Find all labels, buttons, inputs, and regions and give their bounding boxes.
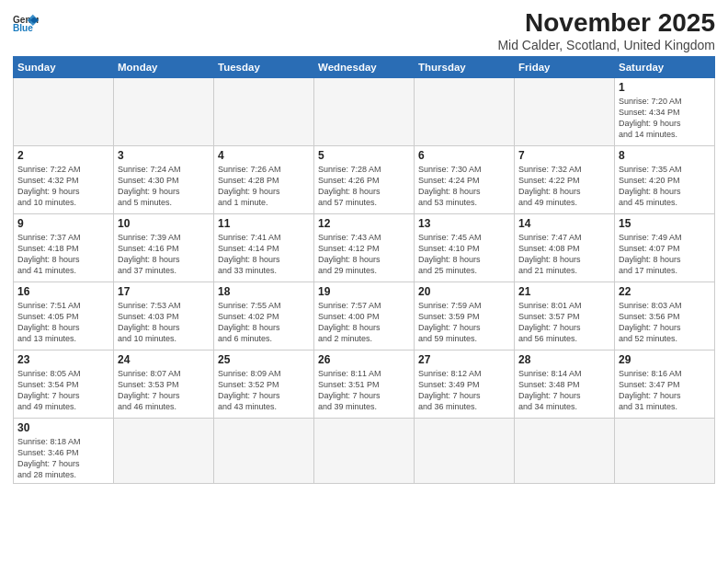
calendar-cell [415,77,515,145]
calendar-cell [214,418,314,484]
calendar-cell: 9Sunrise: 7:37 AM Sunset: 4:18 PM Daylig… [14,213,114,282]
day-number: 23 [17,353,109,366]
weekday-header-row: SundayMondayTuesdayWednesdayThursdayFrid… [14,56,715,77]
day-number: 15 [619,217,711,230]
day-number: 7 [518,149,610,162]
calendar-cell [314,418,415,484]
calendar-cell [515,77,615,145]
calendar-week-row: 23Sunrise: 8:05 AM Sunset: 3:54 PM Dayli… [14,350,715,418]
day-info: Sunrise: 8:11 AM Sunset: 3:51 PM Dayligh… [318,368,410,413]
calendar-cell: 19Sunrise: 7:57 AM Sunset: 4:00 PM Dayli… [314,282,415,350]
day-number: 5 [318,149,410,162]
calendar-cell [14,77,114,145]
day-info: Sunrise: 8:03 AM Sunset: 3:56 PM Dayligh… [619,300,711,345]
day-info: Sunrise: 8:16 AM Sunset: 3:47 PM Dayligh… [619,368,711,413]
day-info: Sunrise: 7:59 AM Sunset: 3:59 PM Dayligh… [418,300,510,345]
calendar-cell [114,77,214,145]
calendar-cell: 5Sunrise: 7:28 AM Sunset: 4:26 PM Daylig… [314,145,415,213]
calendar-cell: 27Sunrise: 8:12 AM Sunset: 3:49 PM Dayli… [415,350,515,418]
calendar-week-row: 16Sunrise: 7:51 AM Sunset: 4:05 PM Dayli… [14,282,715,350]
day-info: Sunrise: 8:01 AM Sunset: 3:57 PM Dayligh… [518,300,610,345]
day-info: Sunrise: 7:53 AM Sunset: 4:03 PM Dayligh… [118,300,210,345]
title-block: November 2025 Mid Calder, Scotland, Unit… [497,9,715,52]
day-number: 16 [17,285,109,298]
day-info: Sunrise: 8:18 AM Sunset: 3:46 PM Dayligh… [17,436,109,481]
weekday-header-wednesday: Wednesday [314,56,415,77]
day-number: 6 [418,149,510,162]
calendar-cell: 18Sunrise: 7:55 AM Sunset: 4:02 PM Dayli… [214,282,314,350]
calendar-week-row: 30Sunrise: 8:18 AM Sunset: 3:46 PM Dayli… [14,418,715,484]
day-number: 11 [218,217,310,230]
day-info: Sunrise: 7:41 AM Sunset: 4:14 PM Dayligh… [218,232,310,277]
calendar-cell [214,77,314,145]
day-info: Sunrise: 7:55 AM Sunset: 4:02 PM Dayligh… [218,300,310,345]
day-number: 12 [318,217,410,230]
day-number: 10 [118,217,210,230]
page: General Blue November 2025 Mid Calder, S… [0,0,728,563]
day-info: Sunrise: 7:20 AM Sunset: 4:34 PM Dayligh… [619,96,711,141]
day-number: 17 [118,285,210,298]
day-number: 19 [318,285,410,298]
day-number: 8 [619,149,711,162]
calendar-cell: 23Sunrise: 8:05 AM Sunset: 3:54 PM Dayli… [14,350,114,418]
day-info: Sunrise: 7:26 AM Sunset: 4:28 PM Dayligh… [218,164,310,209]
calendar-cell: 30Sunrise: 8:18 AM Sunset: 3:46 PM Dayli… [14,418,114,484]
calendar-cell: 21Sunrise: 8:01 AM Sunset: 3:57 PM Dayli… [515,282,615,350]
day-number: 1 [619,81,711,94]
day-number: 20 [418,285,510,298]
calendar-cell: 22Sunrise: 8:03 AM Sunset: 3:56 PM Dayli… [615,282,715,350]
calendar-week-row: 2Sunrise: 7:22 AM Sunset: 4:32 PM Daylig… [14,145,715,213]
calendar-cell: 28Sunrise: 8:14 AM Sunset: 3:48 PM Dayli… [515,350,615,418]
calendar-cell: 6Sunrise: 7:30 AM Sunset: 4:24 PM Daylig… [415,145,515,213]
day-number: 13 [418,217,510,230]
day-info: Sunrise: 7:22 AM Sunset: 4:32 PM Dayligh… [17,164,109,209]
day-number: 25 [218,353,310,366]
day-info: Sunrise: 7:28 AM Sunset: 4:26 PM Dayligh… [318,164,410,209]
day-number: 14 [518,217,610,230]
calendar-cell: 11Sunrise: 7:41 AM Sunset: 4:14 PM Dayli… [214,213,314,282]
calendar-title: November 2025 [497,9,715,38]
day-number: 4 [218,149,310,162]
calendar-cell [114,418,214,484]
calendar-cell: 24Sunrise: 8:07 AM Sunset: 3:53 PM Dayli… [114,350,214,418]
day-number: 28 [518,353,610,366]
calendar-cell: 17Sunrise: 7:53 AM Sunset: 4:03 PM Dayli… [114,282,214,350]
day-number: 22 [619,285,711,298]
day-info: Sunrise: 7:35 AM Sunset: 4:20 PM Dayligh… [619,164,711,209]
day-info: Sunrise: 8:09 AM Sunset: 3:52 PM Dayligh… [218,368,310,413]
day-number: 21 [518,285,610,298]
day-number: 29 [619,353,711,366]
day-info: Sunrise: 8:12 AM Sunset: 3:49 PM Dayligh… [418,368,510,413]
calendar-cell [615,418,715,484]
day-info: Sunrise: 8:05 AM Sunset: 3:54 PM Dayligh… [17,368,109,413]
calendar-cell: 1Sunrise: 7:20 AM Sunset: 4:34 PM Daylig… [615,77,715,145]
calendar-subtitle: Mid Calder, Scotland, United Kingdom [497,38,715,52]
day-info: Sunrise: 7:51 AM Sunset: 4:05 PM Dayligh… [17,300,109,345]
day-number: 9 [17,217,109,230]
calendar-cell: 20Sunrise: 7:59 AM Sunset: 3:59 PM Dayli… [415,282,515,350]
day-info: Sunrise: 7:37 AM Sunset: 4:18 PM Dayligh… [17,232,109,277]
calendar-cell: 16Sunrise: 7:51 AM Sunset: 4:05 PM Dayli… [14,282,114,350]
weekday-header-thursday: Thursday [415,56,515,77]
day-number: 30 [17,421,109,434]
calendar-week-row: 9Sunrise: 7:37 AM Sunset: 4:18 PM Daylig… [14,213,715,282]
day-info: Sunrise: 7:43 AM Sunset: 4:12 PM Dayligh… [318,232,410,277]
day-info: Sunrise: 7:39 AM Sunset: 4:16 PM Dayligh… [118,232,210,277]
calendar-cell: 7Sunrise: 7:32 AM Sunset: 4:22 PM Daylig… [515,145,615,213]
day-info: Sunrise: 7:24 AM Sunset: 4:30 PM Dayligh… [118,164,210,209]
day-info: Sunrise: 7:32 AM Sunset: 4:22 PM Dayligh… [518,164,610,209]
day-number: 26 [318,353,410,366]
calendar-cell: 13Sunrise: 7:45 AM Sunset: 4:10 PM Dayli… [415,213,515,282]
day-info: Sunrise: 7:49 AM Sunset: 4:07 PM Dayligh… [619,232,711,277]
day-info: Sunrise: 7:45 AM Sunset: 4:10 PM Dayligh… [418,232,510,277]
calendar-cell [314,77,415,145]
weekday-header-tuesday: Tuesday [214,56,314,77]
calendar-cell [415,418,515,484]
weekday-header-monday: Monday [114,56,214,77]
weekday-header-friday: Friday [515,56,615,77]
calendar-cell: 2Sunrise: 7:22 AM Sunset: 4:32 PM Daylig… [14,145,114,213]
weekday-header-saturday: Saturday [615,56,715,77]
calendar-cell: 15Sunrise: 7:49 AM Sunset: 4:07 PM Dayli… [615,213,715,282]
calendar-table: SundayMondayTuesdayWednesdayThursdayFrid… [13,56,715,485]
day-number: 2 [17,149,109,162]
